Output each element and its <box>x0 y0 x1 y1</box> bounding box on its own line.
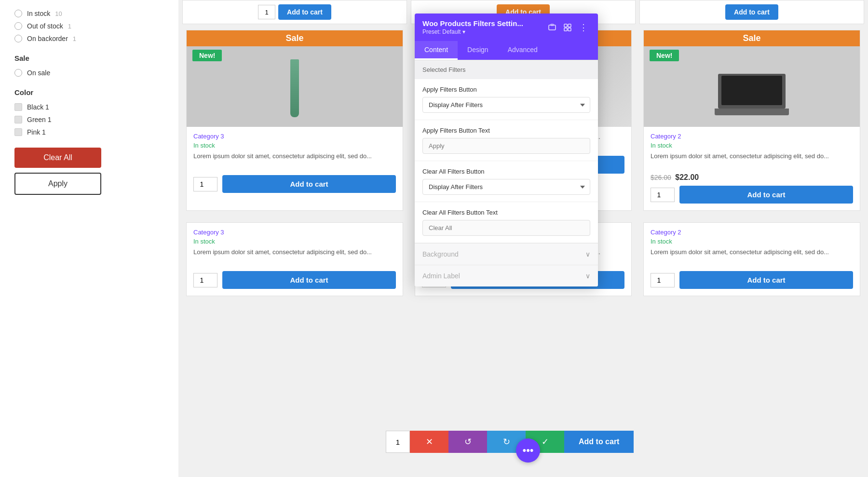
product-info-4: Category 3 In stock Lorem ipsum dolor si… <box>187 223 403 267</box>
admin-label-chevron-icon: ∨ <box>585 272 590 280</box>
filter-out-of-stock-checkbox[interactable] <box>14 22 22 30</box>
apply-filters-select[interactable]: Display After Filters Always Display Nev… <box>422 97 590 113</box>
product-category-1: Category 3 <box>193 133 396 140</box>
apply-filters-text-label: Apply Filters Button Text <box>422 127 590 134</box>
product-desc-4: Lorem ipsum dolor sit amet, consectetur … <box>193 248 396 257</box>
filter-in-stock-checkbox[interactable] <box>14 10 22 17</box>
undo-icon: ↺ <box>464 436 472 447</box>
clear-all-button[interactable]: Clear All <box>14 148 101 168</box>
add-to-cart-1[interactable]: Add to cart <box>222 175 396 193</box>
filter-in-stock[interactable]: In stock 10 <box>14 10 164 17</box>
clear-all-filters-text-input[interactable] <box>422 220 590 236</box>
bottom-toolbar: 1 ✕ ↺ ↻ ✓ Add to cart <box>386 431 634 453</box>
clear-all-filters-field: Clear All Filters Button Display After F… <box>415 161 598 202</box>
filter-green[interactable]: Green 1 <box>14 116 164 123</box>
clear-all-filters-text-field: Clear All Filters Button Text <box>415 202 598 243</box>
settings-preset-label: Preset: Default ▾ <box>422 28 542 35</box>
settings-tabs: Content Design Advanced <box>415 41 598 60</box>
toolbar-undo-btn[interactable]: ↺ <box>448 431 487 453</box>
filter-on-sale-checkbox[interactable] <box>14 69 22 77</box>
add-to-cart-top-3[interactable]: Add to cart <box>725 4 778 20</box>
add-to-cart-6[interactable]: Add to cart <box>679 271 853 289</box>
product-footer-4: Add to cart <box>187 267 403 296</box>
filter-pink-label: Pink 1 <box>27 128 46 136</box>
check-icon: ✓ <box>542 436 549 447</box>
product-desc-3: Lorem ipsum dolor sit amet, consectetur … <box>651 152 853 161</box>
apply-filters-label: Apply Filters Button <box>422 86 590 93</box>
product-info-3: Category 2 In stock Lorem ipsum dolor si… <box>644 127 860 171</box>
filter-on-backorder-checkbox[interactable] <box>14 35 22 42</box>
product-stock-4: In stock <box>193 238 396 245</box>
svg-rect-4 <box>564 28 567 31</box>
settings-more-btn[interactable]: ⋮ <box>577 20 590 35</box>
add-to-cart-4[interactable]: Add to cart <box>222 271 396 289</box>
product-info-6: Category 2 In stock Lorem ipsum dolor si… <box>644 223 860 267</box>
product-desc-6: Lorem ipsum dolor sit amet, consectetur … <box>651 248 853 257</box>
product-footer-3: Add to cart <box>644 182 860 210</box>
settings-body: Selected Filters Apply Filters Button Di… <box>415 60 598 286</box>
settings-panel: Woo Products Filters Settin... Preset: D… <box>415 14 598 286</box>
add-to-cart-top-1[interactable]: Add to cart <box>278 4 331 20</box>
svg-rect-3 <box>568 24 571 27</box>
background-chevron-icon: ∨ <box>585 250 590 258</box>
toolbar-close-btn[interactable]: ✕ <box>410 431 448 453</box>
filter-on-sale[interactable]: On sale <box>14 69 164 77</box>
black-swatch <box>14 103 22 111</box>
apply-filters-text-input[interactable] <box>422 138 590 154</box>
green-swatch <box>14 116 22 123</box>
filter-out-of-stock-label: Out of stock <box>27 22 63 30</box>
filter-black[interactable]: Black 1 <box>14 103 164 111</box>
toolbar-add-to-cart-btn[interactable]: Add to cart <box>564 431 634 453</box>
sale-badge-1: Sale <box>187 30 403 46</box>
product-image-1: Sale New! <box>187 30 403 127</box>
qty-input-4[interactable] <box>193 273 217 287</box>
product-category-6: Category 2 <box>651 229 853 236</box>
product-card-1: Sale New! Category 3 In stock Lorem ipsu… <box>186 30 403 211</box>
admin-label-collapsible[interactable]: Admin Label ∨ <box>415 265 598 286</box>
qty-input-1[interactable] <box>193 177 217 191</box>
filter-on-sale-label: On sale <box>27 69 50 77</box>
settings-panel-title: Woo Products Filters Settin... <box>422 19 542 27</box>
tab-content[interactable]: Content <box>415 41 458 60</box>
price-original-3: $26.00 <box>651 174 671 181</box>
screenshot-icon <box>548 24 556 31</box>
apply-sidebar-button[interactable]: Apply <box>14 173 101 195</box>
qty-input-3[interactable] <box>651 188 675 202</box>
add-to-cart-3[interactable]: Add to cart <box>679 186 853 204</box>
new-badge-1: New! <box>192 50 222 61</box>
tab-design[interactable]: Design <box>458 41 498 60</box>
product-stock-1: In stock <box>193 142 396 149</box>
settings-title-group: Woo Products Filters Settin... Preset: D… <box>422 19 542 35</box>
settings-expand-btn[interactable] <box>562 22 573 33</box>
product-card-3: Sale New! Category 2 In stock Lorem ipsu… <box>643 30 860 211</box>
apply-filters-text-field: Apply Filters Button Text <box>415 120 598 161</box>
product-footer-6: Add to cart <box>644 267 860 296</box>
background-collapsible[interactable]: Background ∨ <box>415 243 598 265</box>
top-partial-card-1: 1 Add to cart <box>182 0 407 24</box>
filter-pink[interactable]: Pink 1 <box>14 128 164 136</box>
sale-badge-3: Sale <box>644 30 860 46</box>
qty-input-6[interactable] <box>651 273 675 287</box>
fab-button[interactable]: ••• <box>516 438 540 463</box>
filter-on-backorder[interactable]: On backorder 1 <box>14 35 164 42</box>
sidebar: In stock 10 Out of stock 1 On backorder … <box>0 0 178 477</box>
product-stock-3: In stock <box>651 142 853 149</box>
settings-screenshot-btn[interactable] <box>546 22 558 33</box>
clear-all-filters-text-label: Clear All Filters Button Text <box>422 209 590 216</box>
filter-in-stock-label: In stock <box>27 10 50 17</box>
filter-out-of-stock[interactable]: Out of stock 1 <box>14 22 164 30</box>
clear-all-filters-label: Clear All Filters Button <box>422 168 590 175</box>
clear-all-filters-select[interactable]: Display After Filters Always Display Nev… <box>422 179 590 195</box>
redo-icon: ↻ <box>503 436 510 447</box>
close-icon: ✕ <box>426 436 433 447</box>
selected-filters-label: Selected Filters <box>422 66 466 73</box>
expand-icon <box>564 24 571 31</box>
product-category-3: Category 2 <box>651 133 853 140</box>
price-row-3: $26.00 $22.00 <box>644 171 860 182</box>
stock-filter-group: In stock 10 Out of stock 1 On backorder … <box>14 10 164 42</box>
sale-section-title: Sale <box>14 54 164 62</box>
tab-advanced[interactable]: Advanced <box>498 41 547 60</box>
filter-black-label: Black 1 <box>27 103 49 111</box>
filter-in-stock-count: 10 <box>55 10 62 17</box>
filter-on-backorder-label: On backorder <box>27 35 68 42</box>
